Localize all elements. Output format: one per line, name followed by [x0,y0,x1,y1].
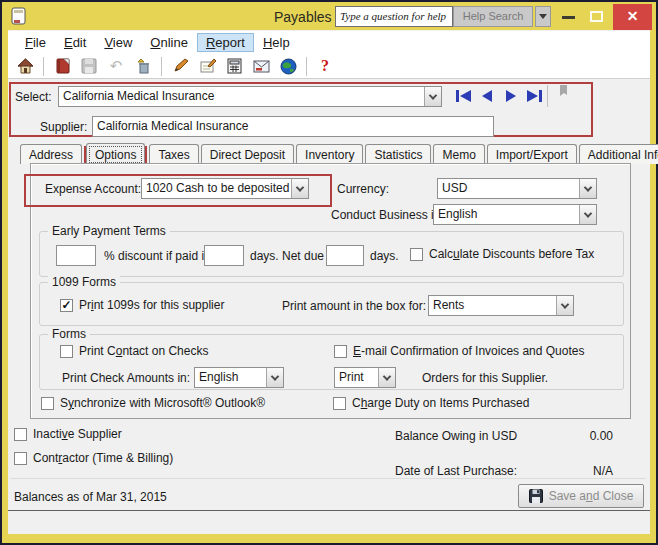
email-confirmation-checkbox[interactable]: E-mail Confirmation of Invoices and Quot… [334,344,584,358]
menu-bar: File Edit View Online Report Help [8,31,650,53]
expense-account-combobox[interactable]: 1020 Cash to be deposited [141,178,309,199]
window-title: Payables [274,9,332,25]
help-search-dropdown-button[interactable] [535,6,551,27]
menu-file[interactable]: File [16,33,55,52]
print-contact-label: Print Contact on Checks [79,344,208,358]
synchronize-outlook-label: Synchronize with Microsoft® Outlook® [60,396,265,410]
tab-address[interactable]: Address [20,144,82,164]
supplier-input[interactable]: California Medical Insurance [92,116,494,137]
conduct-business-combobox[interactable]: English [433,204,597,225]
save-icon[interactable] [80,57,98,75]
tab-memo[interactable]: Memo [433,144,484,164]
next-record-button[interactable] [501,87,521,105]
orders-print-dropdown-button[interactable] [378,368,395,387]
help-icon[interactable]: ? [316,57,334,75]
menu-online[interactable]: Online [141,33,197,52]
toolbar: ↶ ? [8,53,650,79]
checkbox-icon [333,397,346,410]
tab-additional-info[interactable]: Additional Info [579,144,658,164]
chevron-down-icon [271,372,279,380]
question-help-input[interactable]: Type a question for help [335,6,453,27]
home-icon[interactable] [16,57,34,75]
net-days-input[interactable] [326,245,364,266]
first-record-button[interactable] [453,87,473,105]
check-amounts-combobox[interactable]: English [194,367,284,388]
save-and-close-label: Save and Close [549,489,634,503]
journal-icon[interactable] [53,57,71,75]
paid-days-input[interactable] [204,245,244,266]
chevron-down-icon [539,14,547,19]
email-confirmation-label: E-mail Confirmation of Invoices and Quot… [353,344,584,358]
close-icon: ✕ [627,8,639,24]
contractor-label: Contractor (Time & Billing) [33,451,173,465]
chevron-down-icon [584,209,592,217]
select-combobox[interactable]: California Medical Insurance [58,86,442,107]
balances-as-of-label: Balances as of Mar 31, 2015 [14,490,167,504]
chevron-down-icon [584,183,592,191]
contractor-checkbox[interactable]: Contractor (Time & Billing) [14,451,173,465]
balance-owing-value: 0.00 [565,429,613,443]
minimize-button[interactable] [562,16,575,19]
charge-duty-checkbox[interactable]: Charge Duty on Items Purchased [333,396,529,410]
expense-account-dropdown-button[interactable] [291,179,308,198]
options-tab-panel: Expense Account: 1020 Cash to be deposit… [30,163,631,419]
print-check-amounts-label: Print Check Amounts in: [62,371,190,385]
checkbox-icon [41,397,54,410]
internet-icon[interactable] [279,57,297,75]
currency-dropdown-button[interactable] [579,179,596,198]
print-1099-checkbox[interactable]: Print 1099s for this supplier [60,298,224,312]
tab-statistics[interactable]: Statistics [365,144,431,164]
select-label: Select: [15,90,52,104]
lookup-button[interactable] [553,84,573,102]
close-button[interactable]: ✕ [613,4,652,30]
expense-account-value: 1020 Cash to be deposited [142,179,291,198]
checkbox-icon [14,428,27,441]
statusbar-divider [8,510,650,511]
currency-label: Currency: [337,182,389,196]
calculator-icon[interactable] [225,57,243,75]
delete-icon[interactable] [134,57,152,75]
menu-edit[interactable]: Edit [55,33,95,52]
tab-import-export[interactable]: Import/Export [487,144,577,164]
menu-view[interactable]: View [95,33,141,52]
tab-taxes[interactable]: Taxes [149,144,198,164]
select-dropdown-button[interactable] [424,87,441,106]
maximize-button[interactable] [590,11,603,22]
save-and-close-button[interactable]: Save and Close [518,484,644,508]
synchronize-outlook-checkbox[interactable]: Synchronize with Microsoft® Outlook® [41,396,265,410]
chevron-down-icon [561,300,569,308]
conduct-business-dropdown-button[interactable] [579,205,596,224]
orders-print-combobox[interactable]: Print [334,367,396,388]
help-search-button[interactable]: Help Search [453,6,533,27]
select-value: California Medical Insurance [59,87,424,106]
orders-for-supplier-label: Orders for this Supplier. [422,371,548,385]
box-for-combobox[interactable]: Rents [428,295,574,316]
annotation-options-tab: Options [84,146,147,164]
conduct-business-label: Conduct Business in: [331,208,444,222]
pen-icon[interactable] [171,57,189,75]
payables-window: Payables Type a question for help Help S… [0,0,658,545]
undo-icon[interactable]: ↶ [107,57,125,75]
currency-combobox[interactable]: USD [437,178,597,199]
discount-percent-input[interactable] [56,245,96,266]
first-record-icon [455,89,472,103]
menu-report[interactable]: Report [197,33,254,52]
balance-owing-label: Balance Owing in USD [395,429,517,443]
calculate-discounts-checkbox[interactable]: Calculate Discounts before Tax [410,247,594,261]
check-amounts-dropdown-button[interactable] [266,368,283,387]
edit-note-icon[interactable] [198,57,216,75]
inactive-supplier-checkbox[interactable]: Inactive Supplier [14,427,122,441]
last-record-button[interactable] [524,87,544,105]
print-contact-checkbox[interactable]: Print Contact on Checks [60,344,208,358]
box-for-dropdown-button[interactable] [556,296,573,315]
previous-record-button[interactable] [477,87,497,105]
tab-direct-deposit[interactable]: Direct Deposit [201,144,294,164]
menu-help[interactable]: Help [254,33,299,52]
net-due-label: days. Net due in [250,249,337,263]
early-payment-terms-title: Early Payment Terms [48,224,170,238]
email-icon[interactable] [252,57,270,75]
next-record-icon [504,89,518,103]
tab-inventory[interactable]: Inventory [296,144,363,164]
check-amounts-value: English [195,368,266,387]
previous-record-icon [480,89,494,103]
